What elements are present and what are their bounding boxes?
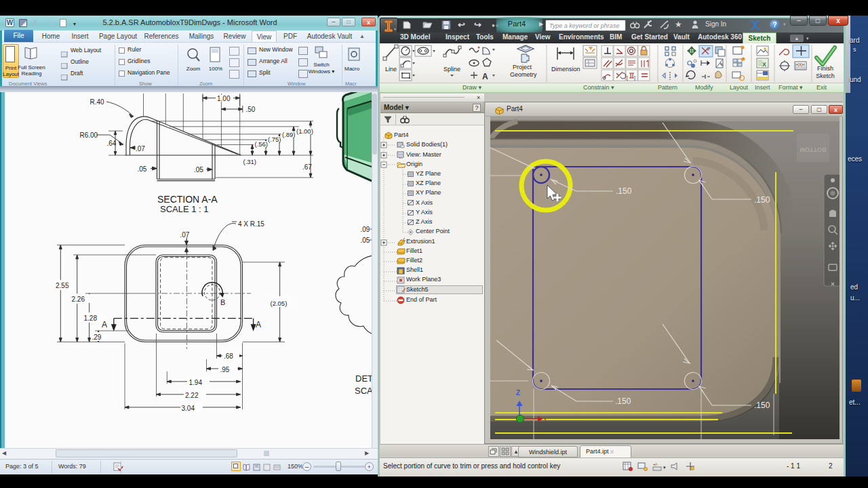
svg-text:Line: Line: [385, 66, 397, 73]
svg-text:Dimension: Dimension: [551, 66, 580, 73]
svg-text:R.40: R.40: [90, 98, 105, 106]
svg-text:.05: .05: [138, 165, 147, 173]
svg-text:.67: .67: [302, 163, 312, 171]
svg-text:.150: .150: [754, 195, 770, 205]
svg-text:x: x: [544, 416, 547, 422]
svg-text:SCALE 1 : 1: SCALE 1 : 1: [160, 204, 209, 214]
svg-text:2.55: 2.55: [56, 282, 69, 289]
svg-text:1.94: 1.94: [189, 379, 203, 386]
svg-text:2.26: 2.26: [72, 296, 85, 303]
svg-text:.05: .05: [194, 166, 203, 174]
svg-text:SECTION A-A: SECTION A-A: [157, 194, 218, 205]
svg-text:Geometry: Geometry: [510, 71, 537, 78]
svg-text:Spline: Spline: [443, 66, 460, 73]
svg-text:.150: .150: [754, 401, 770, 410]
svg-text:(.75): (.75): [268, 136, 281, 143]
svg-text:.29: .29: [92, 333, 102, 341]
svg-text:.50: .50: [246, 106, 256, 113]
svg-text:1.00: 1.00: [217, 95, 231, 102]
svg-text:(1.00): (1.00): [296, 127, 313, 135]
svg-text:R6.00: R6.00: [80, 131, 98, 139]
svg-text:4 X R.15: 4 X R.15: [238, 220, 264, 228]
svg-text:2.22: 2.22: [185, 392, 199, 399]
svg-text:[: [: [627, 75, 628, 81]
svg-text:DET: DET: [355, 373, 372, 384]
svg-text:B: B: [220, 298, 225, 306]
svg-text:(.56): (.56): [255, 140, 269, 148]
svg-text:A: A: [482, 72, 488, 81]
svg-text:SCA: SCA: [355, 386, 372, 396]
svg-text:+/-: +/-: [653, 462, 658, 466]
svg-text:Z: Z: [516, 389, 520, 396]
svg-text:X: X: [762, 61, 766, 68]
svg-text:]: ]: [634, 75, 635, 81]
svg-text:Project: Project: [513, 64, 532, 70]
svg-text:A: A: [256, 320, 261, 329]
svg-text:1.28: 1.28: [84, 314, 98, 322]
svg-text:.95: .95: [220, 366, 230, 373]
svg-text:.150: .150: [615, 396, 631, 406]
svg-text:.68: .68: [224, 352, 233, 360]
svg-text:.09: .09: [361, 226, 370, 233]
svg-text:(.31): (.31): [243, 158, 257, 165]
svg-text:.05: .05: [361, 237, 370, 244]
svg-text:HXH: HXH: [795, 62, 805, 67]
svg-text:BOTTOM: BOTTOM: [800, 146, 827, 153]
svg-text:.07: .07: [180, 231, 190, 239]
svg-text:(.89): (.89): [282, 131, 296, 138]
svg-text:.07: .07: [136, 145, 145, 152]
svg-text:A: A: [102, 320, 107, 329]
svg-text:(2.05): (2.05): [271, 300, 288, 307]
svg-text:.64: .64: [107, 140, 117, 147]
svg-text:▾: ▾: [663, 465, 666, 470]
svg-text:.150: .150: [616, 186, 632, 196]
svg-text:3.04: 3.04: [182, 405, 195, 412]
